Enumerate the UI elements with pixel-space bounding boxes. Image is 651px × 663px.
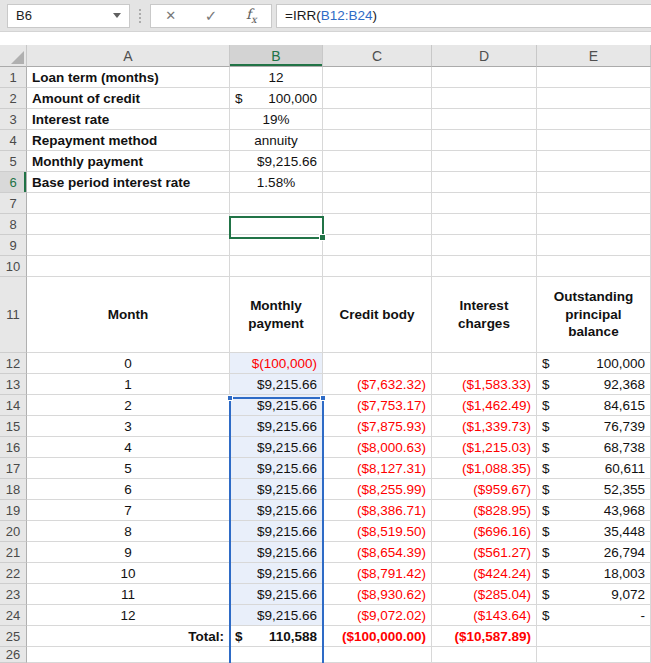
cell-E3[interactable] bbox=[537, 109, 651, 130]
column-header-d[interactable]: D bbox=[432, 45, 537, 67]
name-box[interactable]: B6 bbox=[7, 4, 130, 28]
cell-E21[interactable]: $26,794 bbox=[537, 542, 651, 563]
cell-E22[interactable]: $18,003 bbox=[537, 563, 651, 584]
cell-C14[interactable]: ($7,753.17) bbox=[323, 395, 432, 416]
row-header-26[interactable]: 26 bbox=[0, 647, 27, 663]
cell-C22[interactable]: ($8,791.42) bbox=[323, 563, 432, 584]
cell-B3[interactable]: 19% bbox=[230, 109, 323, 130]
row-header-13[interactable]: 13 bbox=[0, 374, 27, 395]
cell-C24[interactable]: ($9,072.02) bbox=[323, 605, 432, 626]
cell-A7[interactable] bbox=[27, 193, 230, 214]
cell-E20[interactable]: $35,448 bbox=[537, 521, 651, 542]
cell-C2[interactable] bbox=[323, 88, 432, 109]
row-header-11[interactable]: 11 bbox=[0, 277, 27, 353]
cell-C21[interactable]: ($8,654.39) bbox=[323, 542, 432, 563]
row-header-8[interactable]: 8 bbox=[0, 214, 27, 235]
cell-D19[interactable]: ($828.95) bbox=[432, 500, 537, 521]
cell-B2[interactable]: $100,000 bbox=[230, 88, 323, 109]
cell-E10[interactable] bbox=[537, 256, 651, 277]
column-header-b[interactable]: B bbox=[230, 45, 323, 67]
cell-E15[interactable]: $76,739 bbox=[537, 416, 651, 437]
name-box-dropdown-icon[interactable] bbox=[113, 13, 121, 18]
cell-D9[interactable] bbox=[432, 235, 537, 256]
cell-E16[interactable]: $68,738 bbox=[537, 437, 651, 458]
cell-A3[interactable]: Interest rate bbox=[27, 109, 230, 130]
cell-A15[interactable]: 3 bbox=[27, 416, 230, 437]
row-header-2[interactable]: 2 bbox=[0, 88, 27, 109]
cell-C20[interactable]: ($8,519.50) bbox=[323, 521, 432, 542]
range-handle-top-left[interactable] bbox=[227, 395, 233, 401]
cell-A9[interactable] bbox=[27, 235, 230, 256]
cell-D1[interactable] bbox=[432, 67, 537, 88]
cell-D11[interactable]: Interest charges bbox=[432, 277, 537, 353]
cell-D18[interactable]: ($959.67) bbox=[432, 479, 537, 500]
cell-E17[interactable]: $60,611 bbox=[537, 458, 651, 479]
cell-A24[interactable]: 12 bbox=[27, 605, 230, 626]
enter-icon[interactable]: ✓ bbox=[205, 7, 218, 25]
cell-C16[interactable]: ($8,000.63) bbox=[323, 437, 432, 458]
cell-E5[interactable] bbox=[537, 151, 651, 172]
cell-E13[interactable]: $92,368 bbox=[537, 374, 651, 395]
row-header-10[interactable]: 10 bbox=[0, 256, 27, 277]
row-header-17[interactable]: 17 bbox=[0, 458, 27, 479]
cell-A2[interactable]: Amount of credit bbox=[27, 88, 230, 109]
cell-B6[interactable]: 1.58% bbox=[230, 172, 323, 193]
fill-handle[interactable] bbox=[319, 234, 326, 241]
cell-E2[interactable] bbox=[537, 88, 651, 109]
cell-A18[interactable]: 6 bbox=[27, 479, 230, 500]
cell-C10[interactable] bbox=[323, 256, 432, 277]
cell-A17[interactable]: 5 bbox=[27, 458, 230, 479]
cell-A21[interactable]: 9 bbox=[27, 542, 230, 563]
row-header-12[interactable]: 12 bbox=[0, 353, 27, 374]
row-header-4[interactable]: 4 bbox=[0, 130, 27, 151]
cell-C12[interactable] bbox=[323, 353, 432, 374]
cell-E14[interactable]: $84,615 bbox=[537, 395, 651, 416]
cell-A13[interactable]: 1 bbox=[27, 374, 230, 395]
cell-C18[interactable]: ($8,255.99) bbox=[323, 479, 432, 500]
cell-D15[interactable]: ($1,339.73) bbox=[432, 416, 537, 437]
cell-D14[interactable]: ($1,462.49) bbox=[432, 395, 537, 416]
cell-E24[interactable]: $- bbox=[537, 605, 651, 626]
row-header-22[interactable]: 22 bbox=[0, 563, 27, 584]
cell-E4[interactable] bbox=[537, 130, 651, 151]
cell-A26[interactable] bbox=[27, 647, 230, 663]
select-all-corner[interactable] bbox=[0, 45, 27, 67]
cell-A5[interactable]: Monthly payment bbox=[27, 151, 230, 172]
row-header-23[interactable]: 23 bbox=[0, 584, 27, 605]
cell-A12[interactable]: 0 bbox=[27, 353, 230, 374]
cell-A19[interactable]: 7 bbox=[27, 500, 230, 521]
cell-C19[interactable]: ($8,386.71) bbox=[323, 500, 432, 521]
cell-C17[interactable]: ($8,127.31) bbox=[323, 458, 432, 479]
row-header-6[interactable]: 6 bbox=[0, 172, 27, 193]
cell-B13[interactable]: $9,215.66 bbox=[230, 374, 323, 395]
cell-E7[interactable] bbox=[537, 193, 651, 214]
cell-E19[interactable]: $43,968 bbox=[537, 500, 651, 521]
cell-C7[interactable] bbox=[323, 193, 432, 214]
row-header-21[interactable]: 21 bbox=[0, 542, 27, 563]
cell-C6[interactable] bbox=[323, 172, 432, 193]
column-header-c[interactable]: C bbox=[323, 45, 432, 67]
cell-A4[interactable]: Repayment method bbox=[27, 130, 230, 151]
cell-D2[interactable] bbox=[432, 88, 537, 109]
cell-D23[interactable]: ($285.04) bbox=[432, 584, 537, 605]
cell-C4[interactable] bbox=[323, 130, 432, 151]
cell-C11[interactable]: Credit body bbox=[323, 277, 432, 353]
column-header-e[interactable]: E bbox=[537, 45, 651, 67]
cell-D25[interactable]: ($10,587.89) bbox=[432, 626, 537, 647]
cell-D17[interactable]: ($1,088.35) bbox=[432, 458, 537, 479]
cell-D4[interactable] bbox=[432, 130, 537, 151]
cell-A22[interactable]: 10 bbox=[27, 563, 230, 584]
row-header-7[interactable]: 7 bbox=[0, 193, 27, 214]
cell-E11[interactable]: Outstanding principal balance bbox=[537, 277, 651, 353]
cell-E18[interactable]: $52,355 bbox=[537, 479, 651, 500]
row-header-19[interactable]: 19 bbox=[0, 500, 27, 521]
cell-B4[interactable]: annuity bbox=[230, 130, 323, 151]
cell-A8[interactable] bbox=[27, 214, 230, 235]
cell-D10[interactable] bbox=[432, 256, 537, 277]
column-header-a[interactable]: A bbox=[27, 45, 230, 67]
cell-A20[interactable]: 8 bbox=[27, 521, 230, 542]
cell-E1[interactable] bbox=[537, 67, 651, 88]
row-header-20[interactable]: 20 bbox=[0, 521, 27, 542]
cell-D6[interactable] bbox=[432, 172, 537, 193]
cell-C1[interactable] bbox=[323, 67, 432, 88]
